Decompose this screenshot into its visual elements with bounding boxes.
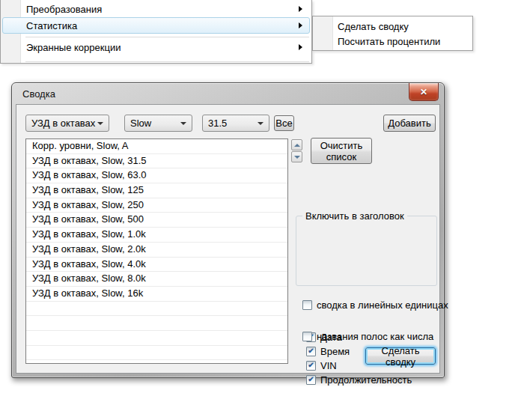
list-row-empty [26,360,287,364]
dialog-titlebar[interactable]: Сводка ✕ [12,83,444,104]
submenu-item-make-summary[interactable]: Сделать сводку [314,19,471,34]
statistics-submenu: Сделать сводку Посчитать процентили [312,16,473,51]
checkbox-duration[interactable]: ✔ Продолжительность [306,374,412,385]
list-item[interactable]: УЗД в октавах, Slow, 31.5 [26,154,287,169]
submenu-item-label: Посчитать процентили [338,36,440,47]
close-icon: ✕ [420,87,427,97]
checkbox-checked-icon: ✔ [306,347,316,356]
checkbox-time[interactable]: ✔ Время [306,346,350,356]
combobox-value: 31.5 [208,118,227,129]
list-row-empty [26,316,287,331]
submenu-arrow-icon [299,44,302,50]
combobox-value: УЗД в октавах [31,118,95,129]
checkbox-label: сводка в линейных единицах [317,299,448,311]
checkbox-label: названия полос как числа [317,331,433,342]
menu-item-label: Преобразования [26,4,102,15]
menu-separator [25,37,309,37]
move-item-down-button[interactable] [291,151,302,162]
list-item[interactable]: УЗД в октавах, Slow, 4.0k [26,258,287,273]
screen: Преобразования Статистика Экранные корре… [0,0,524,420]
submenu-item-label: Сделать сводку [338,21,409,32]
all-button[interactable]: Все [274,115,294,131]
list-item[interactable]: УЗД в октавах, Slow, 63.0 [26,168,287,183]
dialog-title: Сводка [22,88,55,100]
chevron-down-icon [258,122,263,125]
checkbox-checked-icon: ✔ [306,375,316,385]
list-item[interactable]: УЗД в октавах, Slow, 8.0k [26,272,287,287]
checkbox-label: VIN [320,360,337,371]
list-item[interactable]: УЗД в октавах, Slow, 1.0k [26,228,287,243]
make-summary-button[interactable]: Сделать сводку [365,347,436,365]
button-label: Сделать сводку [366,345,435,368]
submenu-arrow-icon [299,6,302,12]
button-label: Все [275,118,292,129]
list-item[interactable]: УЗД в октавах, Slow, 16k [26,287,287,302]
list-item[interactable]: Корр. уровни, Slow, A [26,139,287,154]
menu-item-screen-corrections[interactable]: Экранные коррекции [2,39,310,55]
chevron-down-icon [180,122,186,125]
button-label: Очистить список [314,140,368,162]
summary-items-listbox[interactable]: Корр. уровни, Slow, A УЗД в октавах, Slo… [25,139,288,364]
checkbox-unchecked-icon [302,300,312,310]
combobox-value: Slow [130,118,151,129]
checkbox-label: Время [320,346,350,357]
checkbox-checked-icon: ✔ [306,361,316,371]
measurement-combobox[interactable]: УЗД в октавах [25,115,109,132]
add-button[interactable]: Добавить [383,115,436,132]
button-label: Добавить [388,118,430,129]
checkbox-band-names-as-numbers[interactable]: названия полос как числа [302,331,433,341]
time-weighting-combobox[interactable]: Slow [124,115,192,132]
list-item[interactable]: УЗД в октавах, Slow, 2.0k [26,243,287,258]
list-row-empty [26,346,287,361]
list-row-empty [26,331,287,346]
submenu-arrow-icon [299,22,302,28]
checkbox-label: Продолжительность [320,374,412,386]
group-label: Включить в заголовок [302,210,407,222]
checkbox-vin[interactable]: ✔ VIN [306,360,337,371]
move-item-up-button[interactable] [291,139,302,150]
band-combobox[interactable]: 31.5 [202,115,269,132]
chevron-down-icon [97,122,103,125]
summary-dialog: Сводка ✕ УЗД в октавах Slow 31.5 Все [11,82,445,378]
menu-item-label: Экранные коррекции [26,42,121,53]
dialog-client-area: УЗД в октавах Slow 31.5 Все Добавить Кор… [16,104,440,374]
checkbox-unchecked-icon [302,332,312,341]
list-item[interactable]: УЗД в октавах, Slow, 500 [26,213,287,228]
close-button[interactable]: ✕ [409,83,439,101]
menu-item-statistics[interactable]: Статистика [2,17,310,34]
menu-separator [25,61,309,62]
list-item[interactable]: УЗД в октавах, Slow, 125 [26,183,287,198]
context-menu: Преобразования Статистика Экранные корре… [0,0,312,64]
menu-item-label: Статистика [26,20,77,31]
include-in-header-group: Включить в заголовок [296,216,437,286]
arrow-up-icon [294,144,300,147]
submenu-item-calc-percentiles[interactable]: Посчитать процентили [314,34,471,49]
list-row-empty [26,302,287,317]
checkbox-linear-units[interactable]: сводка в линейных единицах [302,299,448,310]
list-item[interactable]: УЗД в октавах, Slow, 250 [26,198,287,213]
clear-list-button[interactable]: Очистить список [311,138,372,164]
menu-item-transformations[interactable]: Преобразования [2,1,310,17]
arrow-down-icon [294,156,300,159]
